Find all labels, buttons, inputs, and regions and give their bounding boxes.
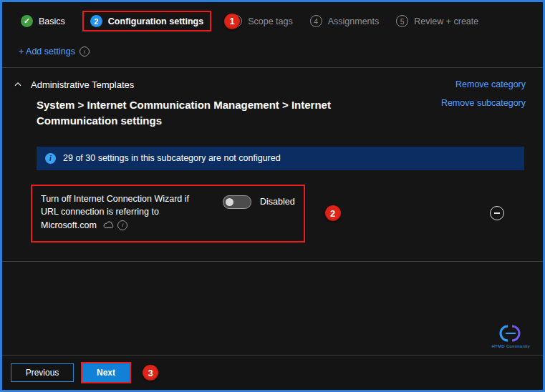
intune-profile-wizard-window: ✓ Basics 2 Configuration settings 3 Scop…	[0, 0, 545, 392]
info-banner: i 29 of 30 settings in this subcategory …	[37, 147, 524, 170]
step-review-create-label: Review + create	[414, 16, 478, 26]
category-title: Administrative Templates	[31, 79, 134, 90]
step-assignments-label: Assignments	[328, 16, 380, 26]
info-icon: i	[79, 46, 90, 57]
step-configuration-settings-label: Configuration settings	[108, 16, 203, 26]
info-banner-text: 29 of 30 settings in this subcategory ar…	[63, 153, 281, 163]
step-scope-tags-label: Scope tags	[248, 16, 293, 26]
wizard-footer: Previous Next 3	[2, 355, 543, 390]
info-icon: i	[45, 153, 56, 164]
cloud-icon	[103, 221, 114, 229]
logo-caption: HTMD Community	[491, 344, 530, 348]
empty-space	[2, 262, 543, 355]
step-configuration-settings[interactable]: 2 Configuration settings	[82, 11, 211, 31]
previous-button[interactable]: Previous	[11, 363, 74, 382]
category-header-row: Administrative Templates Remove category	[12, 79, 526, 90]
step-basics[interactable]: ✓ Basics	[21, 15, 65, 27]
step-basics-label: Basics	[39, 16, 65, 26]
minus-dash	[494, 212, 500, 214]
wizard-steps: ✓ Basics 2 Configuration settings 3 Scop…	[2, 2, 543, 37]
setting-turn-off-internet-connection-wizard: Turn off Internet Connection Wizard if U…	[31, 185, 305, 242]
collapse-chevron-icon[interactable]	[12, 79, 24, 90]
add-settings-row: + Add settings i	[19, 46, 543, 57]
add-settings-link[interactable]: + Add settings	[19, 46, 75, 57]
step-4-number-icon: 4	[310, 15, 322, 27]
remove-setting-icon[interactable]	[490, 206, 504, 220]
toggle-knob	[226, 198, 233, 206]
step-review-create[interactable]: 5 Review + create	[396, 15, 478, 27]
setting-label-wrap: Turn off Internet Connection Wizard if U…	[41, 192, 204, 232]
step-5-number-icon: 5	[396, 15, 408, 27]
subcategory-heading: System > Internet Communication Manageme…	[37, 97, 380, 129]
setting-inline-icons: i	[103, 220, 127, 230]
step-2-number-icon: 2	[90, 15, 102, 27]
next-button-highlight: Next	[81, 362, 131, 383]
toggle-group: Disabled	[223, 195, 295, 209]
remove-subcategory-link[interactable]: Remove subcategory	[441, 98, 526, 108]
annotation-1: 1	[224, 14, 240, 29]
remove-category-link[interactable]: Remove category	[455, 79, 526, 89]
htmd-community-logo: HTMD Community	[491, 323, 530, 348]
check-icon: ✓	[21, 15, 33, 27]
step-assignments[interactable]: 4 Assignments	[310, 15, 380, 27]
next-button[interactable]: Next	[82, 363, 130, 382]
toggle-state-label: Disabled	[260, 197, 295, 207]
setting-row: Turn off Internet Connection Wizard if U…	[31, 185, 524, 242]
step-scope-tags[interactable]: 3 Scope tags 1	[228, 15, 293, 27]
administrative-templates-section: Administrative Templates Remove category…	[2, 68, 543, 262]
annotation-2: 2	[325, 205, 341, 221]
logo-glyph-icon	[497, 323, 524, 343]
annotation-3: 3	[143, 365, 158, 381]
subcategory-header-row: System > Internet Communication Manageme…	[37, 97, 526, 129]
setting-toggle[interactable]	[223, 195, 251, 209]
info-icon[interactable]: i	[117, 220, 127, 230]
